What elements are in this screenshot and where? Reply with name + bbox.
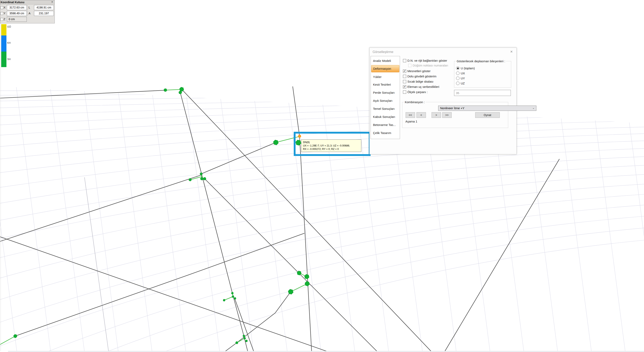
group-label: Kombinasyon : — [404, 100, 426, 104]
tooltip-rotations: RX = -0.000272; RY = 0; RZ = 0 — [303, 147, 360, 151]
legend-label-sh: SH — [7, 58, 11, 61]
checkbox-label: D.N. ve rijit bağlantıları göster — [408, 59, 447, 62]
checkbox-label: Eleman uç serbestlikleri — [408, 85, 439, 88]
checkbox-label: Sıcak bölge skalası — [408, 80, 433, 83]
coordinate-panel-title: Koordinat Kutusu — [0, 1, 24, 4]
floor-grid — [0, 60, 644, 352]
legend-swatch-go — [1, 24, 6, 36]
group-label: Gösterilecek deplasman bileşenleri : — [456, 59, 506, 63]
scale-factor-input[interactable] — [454, 90, 511, 96]
play-button[interactable]: Oynat — [475, 112, 500, 118]
axis-label: X — [4, 6, 6, 9]
close-icon[interactable]: ✕ — [510, 50, 513, 54]
checkbox-label: Ölçek çarpanı : — [408, 90, 428, 94]
radio[interactable] — [456, 82, 460, 85]
checkbox[interactable] — [403, 80, 406, 83]
next-step-button[interactable]: > — [432, 112, 441, 118]
stage-label: Aşama 1 — [406, 120, 417, 123]
model-viewport[interactable] — [0, 0, 644, 352]
tab-kesit-tesirleri[interactable]: Kesit Tesirleri — [371, 81, 399, 88]
tab-deformasyon[interactable]: Deformasyon — [371, 65, 399, 72]
x-value-field[interactable]: 3172.63 cm — [7, 5, 27, 10]
l-label: L — [28, 6, 30, 9]
tooltip-displacements: UX = -1.29E-7; UY = 21.3; UZ = -0.00686; — [303, 144, 360, 147]
joint-nodes — [14, 87, 310, 344]
tab-yukler[interactable]: Yükler — [371, 73, 399, 81]
checkbox — [408, 64, 412, 67]
radio[interactable] — [456, 72, 460, 75]
coordinate-panel-titlebar[interactable]: Koordinat Kutusu ✕ — [0, 0, 54, 5]
checkbox[interactable] — [403, 75, 406, 78]
a-label: A — [28, 12, 30, 15]
visualization-dialog: Görselleştirme ✕ Analiz Modeli Deformasy… — [370, 48, 517, 154]
tab-analiz-modeli[interactable]: Analiz Modeli — [371, 57, 399, 65]
coord-row-y: Y 3598.49 cm A 231.197 — [0, 11, 55, 16]
radio[interactable] — [456, 77, 460, 80]
combination-dropdown[interactable]: Nonlineer İtme +Y ⌄ — [438, 106, 536, 111]
tab-perde-sonuclari[interactable]: Perde Sonuçları — [371, 89, 399, 97]
checkbox[interactable]: ✓ — [403, 85, 406, 88]
tab-temel-sonuclari[interactable]: Temel Sonuçları — [371, 105, 399, 113]
a-value-field[interactable]: 231.197 — [34, 11, 54, 16]
coord-row-x: X 3172.63 cm L 4198.91 cm — [0, 5, 55, 10]
checkbox-label: Mesnetleri göster — [408, 69, 430, 73]
dialog-title: Görselleştirme — [372, 50, 393, 54]
displacement-components-group: Gösterilecek deplasman bileşenleri : U (… — [454, 61, 511, 88]
last-step-button[interactable]: >> — [442, 112, 452, 118]
radio-label: UZ — [461, 82, 465, 85]
close-icon[interactable]: ✕ — [51, 1, 53, 4]
z-lock-checkbox[interactable] — [0, 18, 3, 21]
coord-row-z: Z 0 cm — [0, 17, 55, 22]
checkbox[interactable]: ✓ — [403, 70, 406, 73]
node-result-tooltip: DN(6) UX = -1.29E-7; UY = 21.3; UZ = -0.… — [301, 139, 361, 152]
z-value-field[interactable]: 0 cm — [7, 17, 27, 22]
radio-label: UX — [461, 72, 465, 75]
far-structure-lines — [84, 177, 109, 352]
legend-swatch-sh — [1, 52, 6, 67]
checkbox-label: Düğüm noktası numaraları — [413, 64, 448, 67]
axis-label: Y — [4, 12, 6, 15]
legend-swatch-kh — [1, 36, 6, 52]
tab-betonarme-tasarim[interactable]: Betonarme Tas... — [371, 121, 399, 129]
checkbox[interactable] — [403, 59, 406, 62]
radio[interactable] — [456, 67, 460, 70]
x-lock-checkbox[interactable] — [0, 6, 3, 9]
y-value-field[interactable]: 3598.49 cm — [7, 11, 27, 16]
prev-step-button[interactable]: < — [416, 112, 426, 118]
y-lock-checkbox[interactable] — [0, 12, 3, 15]
dialog-tab-list: Analiz Modeli Deformasyon Yükler Kesit T… — [370, 56, 400, 139]
combination-value: Nonlineer İtme +Y — [440, 106, 464, 110]
tab-kabuk-sonuclari[interactable]: Kabuk Sonuçları — [371, 113, 399, 121]
divider — [0, 23, 1, 351]
radio-label: UY — [461, 77, 465, 80]
legend-label-kh: KH — [7, 42, 11, 44]
chevron-down-icon: ⌄ — [532, 106, 534, 109]
tab-celik-tasarim[interactable]: Çelik Tasarım — [371, 129, 399, 137]
l-value-field[interactable]: 4198.91 cm — [34, 5, 54, 10]
released-member-lines — [0, 89, 307, 344]
coordinate-panel: Koordinat Kutusu ✕ X 3172.63 cm L 4198.9… — [0, 0, 55, 23]
tab-asik-sonuclari[interactable]: Aşık Sonuçları — [371, 97, 399, 105]
combination-group: Kombinasyon : Nonlineer İtme +Y ⌄ << < >… — [402, 102, 508, 128]
bottom-edge-strip — [8, 351, 644, 352]
checkbox[interactable] — [403, 90, 406, 94]
radio-label: U (toplam) — [461, 67, 475, 70]
legend-label-go: GÖ — [7, 25, 11, 28]
axis-label: Z — [4, 18, 6, 21]
first-step-button[interactable]: << — [406, 112, 415, 118]
checkbox-label: Dolu gövdeli gösterim — [408, 75, 436, 78]
tooltip-node-id: DN(6) — [303, 141, 360, 144]
